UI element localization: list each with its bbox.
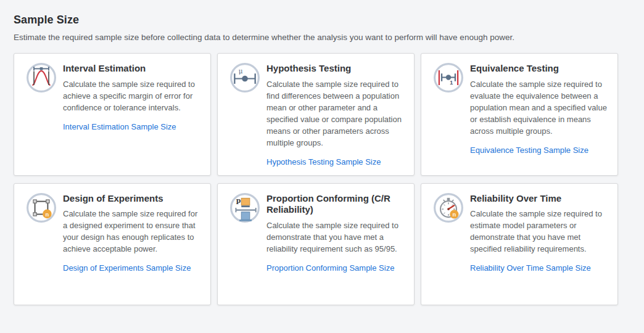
card-body: Reliability Over Time Calculate the samp…	[470, 192, 609, 297]
card-description: Calculate the sample size required for a…	[63, 208, 202, 255]
card-description: Calculate the sample size required to ev…	[470, 79, 609, 138]
card-description: Calculate the sample size required to de…	[266, 220, 405, 255]
proportion-conforming-icon: p	[223, 192, 266, 297]
card-equivalence-testing: 1 Equivalence Testing Calculate the samp…	[421, 53, 618, 176]
design-of-experiments-sample-size-link[interactable]: Design of Experiments Sample Size	[63, 263, 191, 273]
card-description: Calculate the sample size required to es…	[470, 208, 609, 255]
card-body: Equivalence Testing Calculate the sample…	[470, 62, 609, 167]
svg-text:p: p	[236, 197, 241, 205]
hypothesis-testing-icon: μ	[223, 62, 266, 167]
card-body: Hypothesis Testing Calculate the sample …	[266, 62, 405, 167]
svg-text:n: n	[46, 211, 49, 217]
svg-text:μ: μ	[239, 67, 243, 75]
page-subtitle: Estimate the required sample size before…	[14, 33, 644, 42]
reliability-over-time-icon: n	[427, 192, 470, 297]
design-of-experiments-icon: n	[20, 192, 63, 297]
svg-text:n: n	[453, 212, 456, 218]
card-title: Interval Estimation	[63, 63, 202, 75]
card-description: Calculate the sample size required to ac…	[63, 79, 202, 114]
card-title: Proportion Conforming (C/R Reliability)	[266, 193, 405, 216]
card-hypothesis-testing: μ Hypothesis Testing Calculate the sampl…	[217, 53, 415, 176]
card-body: Proportion Conforming (C/R Reliability) …	[266, 192, 405, 297]
card-design-of-experiments: n Design of Experiments Calculate the sa…	[14, 183, 211, 305]
interval-estimation-sample-size-link[interactable]: Interval Estimation Sample Size	[63, 122, 176, 131]
page-title: Sample Size	[14, 14, 644, 27]
interval-estimation-icon	[20, 62, 63, 167]
card-title: Design of Experiments	[63, 193, 202, 205]
card-interval-estimation: Interval Estimation Calculate the sample…	[14, 53, 211, 176]
card-reliability-over-time: n Reliability Over Time Calculate the sa…	[421, 183, 618, 305]
card-body: Design of Experiments Calculate the samp…	[63, 192, 202, 297]
card-body: Interval Estimation Calculate the sample…	[63, 62, 202, 167]
card-title: Hypothesis Testing	[266, 63, 405, 75]
equivalence-testing-sample-size-link[interactable]: Equivalence Testing Sample Size	[470, 146, 588, 155]
sample-size-page: Sample Size Estimate the required sample…	[0, 0, 644, 305]
equivalence-testing-icon: 1	[427, 62, 470, 167]
card-title: Equivalence Testing	[470, 63, 609, 75]
card-proportion-conforming: p Proportion Conforming (C/R Reliability…	[217, 183, 415, 305]
sample-size-card-grid: Interval Estimation Calculate the sample…	[14, 53, 618, 305]
hypothesis-testing-sample-size-link[interactable]: Hypothesis Testing Sample Size	[266, 157, 381, 166]
reliability-over-time-sample-size-link[interactable]: Reliability Over Time Sample Size	[470, 263, 591, 273]
proportion-conforming-sample-size-link[interactable]: Proportion Conforming Sample Size	[266, 263, 394, 273]
card-description: Calculate the sample size required to fi…	[266, 79, 405, 149]
card-title: Reliability Over Time	[470, 193, 609, 205]
svg-text:1: 1	[450, 80, 453, 86]
